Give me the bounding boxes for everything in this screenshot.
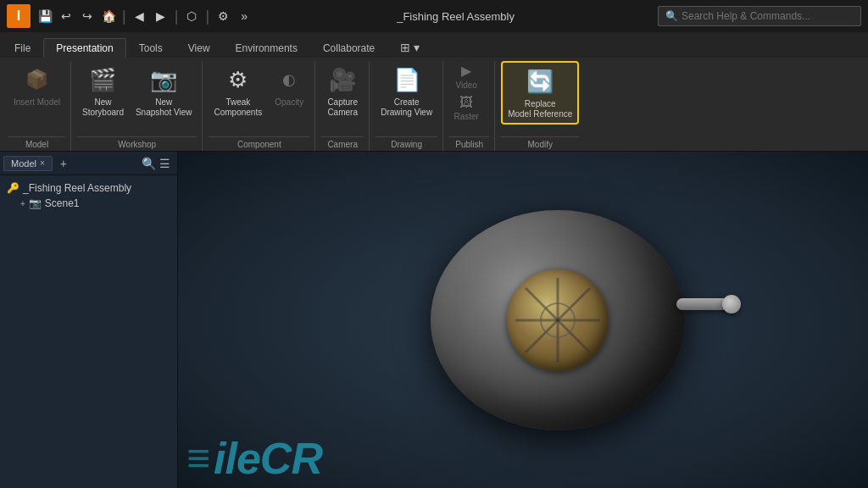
create-drawing-label: CreateDrawing View bbox=[381, 97, 432, 118]
raster-icon: 🖼 bbox=[459, 95, 473, 110]
model-button[interactable]: ⬡ bbox=[182, 7, 201, 25]
tree-root-label: _Fishing Reel Assembly bbox=[23, 182, 131, 194]
tab-environments[interactable]: Environments bbox=[223, 38, 310, 58]
raster-label: Raster bbox=[453, 112, 478, 121]
ribbon-group-component: ⚙ TweakComponents ◐ Opacity Component bbox=[203, 61, 315, 151]
tools-button[interactable]: ⚙ bbox=[214, 7, 232, 25]
ribbon: File Presentation Tools View Environment… bbox=[0, 32, 868, 152]
new-snapshot-icon: 📷 bbox=[148, 64, 179, 95]
ribbon-group-camera: 🎥 CaptureCamera Camera bbox=[316, 61, 370, 151]
tweak-components-icon: ⚙ bbox=[223, 64, 253, 95]
search-bar[interactable]: 🔍 bbox=[658, 6, 861, 26]
tab-extra[interactable]: ⊞ ▾ bbox=[387, 36, 432, 58]
tree-root-item[interactable]: 🔑 _Fishing Reel Assembly bbox=[3, 180, 174, 196]
watermark: ≡ ileCR bbox=[186, 436, 322, 480]
ribbon-group-publish: ▶ Video 🖼 Raster Publish bbox=[444, 61, 495, 151]
search-icon: 🔍 bbox=[665, 10, 678, 22]
video-button[interactable]: ▶ Video bbox=[449, 61, 483, 92]
forward-button[interactable]: ▶ bbox=[152, 7, 170, 25]
panel-menu-icon[interactable]: ☰ bbox=[159, 157, 170, 170]
watermark-logo: ≡ bbox=[186, 438, 210, 479]
doc-title: _Fishing Reel Assembly bbox=[259, 10, 653, 23]
ribbon-group-modify: 🔄 ReplaceModel Reference Modify bbox=[496, 61, 584, 151]
ribbon-group-model: 📦 Insert Model Model bbox=[3, 61, 71, 151]
ribbon-group-model-label: Model bbox=[8, 136, 65, 151]
new-storyboard-button[interactable]: 🎬 NewStoryboard bbox=[77, 61, 129, 121]
back-button[interactable]: ◀ bbox=[131, 7, 149, 25]
ribbon-group-component-label: Component bbox=[209, 136, 309, 151]
ribbon-group-publish-label: Publish bbox=[449, 136, 489, 151]
tweak-components-label: TweakComponents bbox=[214, 97, 262, 118]
ribbon-group-modify-label: Modify bbox=[501, 136, 579, 151]
tree-child-label: Scene1 bbox=[45, 197, 80, 209]
capture-camera-button[interactable]: 🎥 CaptureCamera bbox=[321, 61, 364, 121]
model-panel-tab[interactable]: Model × bbox=[3, 156, 53, 171]
3d-viewport[interactable]: ≡ ileCR bbox=[178, 152, 868, 488]
ribbon-group-drawing-label: Drawing bbox=[376, 136, 437, 151]
video-label: Video bbox=[455, 80, 476, 90]
opacity-button[interactable]: ◐ Opacity bbox=[269, 61, 309, 111]
opacity-label: Opacity bbox=[275, 97, 303, 108]
reel-body bbox=[431, 210, 685, 430]
tree-child-item[interactable]: + 📷 Scene1 bbox=[3, 196, 174, 211]
panel-add-button[interactable]: + bbox=[56, 156, 71, 171]
main-area: Model × + 🔍 ☰ 🔑 _Fishing Reel Assembly +… bbox=[0, 152, 868, 488]
tab-tools[interactable]: Tools bbox=[126, 38, 175, 58]
reel-spokes bbox=[507, 269, 609, 371]
ribbon-group-workshop: 🎬 NewStoryboard 📷 NewSnapshot View Works… bbox=[72, 61, 203, 151]
new-snapshot-label: NewSnapshot View bbox=[136, 97, 192, 118]
capture-camera-label: CaptureCamera bbox=[327, 97, 358, 118]
panel-search-icon[interactable]: 🔍 bbox=[142, 157, 156, 170]
insert-model-icon: 📦 bbox=[22, 64, 53, 95]
reel-handle bbox=[676, 298, 736, 310]
ribbon-content: 📦 Insert Model Model 🎬 NewStoryboard 📷 N… bbox=[0, 58, 868, 151]
undo-button[interactable]: ↩ bbox=[57, 7, 75, 25]
tweak-components-button[interactable]: ⚙ TweakComponents bbox=[209, 61, 267, 121]
tab-file[interactable]: File bbox=[2, 38, 43, 58]
redo-button[interactable]: ↪ bbox=[78, 7, 97, 25]
tree-root-icon: 🔑 bbox=[7, 182, 19, 194]
search-input[interactable] bbox=[682, 10, 854, 22]
insert-model-button[interactable]: 📦 Insert Model bbox=[8, 61, 65, 111]
tab-collaborate[interactable]: Collaborate bbox=[310, 38, 387, 58]
ribbon-group-camera-label: Camera bbox=[321, 136, 364, 151]
title-bar: I 💾 ↩ ↪ 🏠 | ◀ ▶ | ⬡ | ⚙ » _Fishing Reel … bbox=[0, 0, 868, 32]
create-drawing-button[interactable]: 📄 CreateDrawing View bbox=[376, 61, 437, 121]
panel-close-button[interactable]: × bbox=[40, 158, 45, 168]
watermark-text: ileCR bbox=[214, 436, 322, 480]
tree-view: 🔑 _Fishing Reel Assembly + 📷 Scene1 bbox=[0, 175, 177, 488]
toolbar-icons: 💾 ↩ ↪ 🏠 | ◀ ▶ | ⬡ | ⚙ » bbox=[36, 7, 253, 25]
tree-expand-icon[interactable]: + bbox=[20, 199, 25, 208]
raster-button[interactable]: 🖼 Raster bbox=[449, 93, 483, 123]
replace-model-ref-icon: 🔄 bbox=[525, 66, 555, 97]
insert-model-label: Insert Model bbox=[14, 97, 60, 108]
tab-presentation[interactable]: Presentation bbox=[43, 38, 125, 58]
model-panel-tab-label: Model bbox=[11, 158, 36, 169]
more-button[interactable]: » bbox=[235, 7, 253, 25]
save-button[interactable]: 💾 bbox=[36, 7, 54, 25]
new-storyboard-icon: 🎬 bbox=[87, 64, 118, 95]
home-button[interactable]: 🏠 bbox=[99, 7, 118, 25]
panel-search-row: 🔍 ☰ bbox=[138, 155, 174, 172]
capture-camera-icon: 🎥 bbox=[327, 64, 358, 95]
video-icon: ▶ bbox=[461, 63, 471, 79]
panel-tab-bar: Model × + 🔍 ☰ bbox=[0, 152, 177, 175]
new-storyboard-label: NewStoryboard bbox=[82, 97, 124, 118]
tree-child-icon: 📷 bbox=[29, 197, 42, 209]
reel-model bbox=[431, 210, 685, 430]
ribbon-group-workshop-label: Workshop bbox=[77, 136, 197, 151]
replace-model-ref-label: ReplaceModel Reference bbox=[508, 99, 572, 119]
tab-view[interactable]: View bbox=[175, 38, 223, 58]
create-drawing-icon: 📄 bbox=[392, 64, 422, 95]
publish-stack: ▶ Video 🖼 Raster bbox=[449, 61, 483, 123]
ribbon-group-drawing: 📄 CreateDrawing View Drawing bbox=[370, 61, 443, 151]
opacity-icon: ◐ bbox=[274, 64, 304, 95]
app-icon: I bbox=[7, 4, 31, 28]
left-panel: Model × + 🔍 ☰ 🔑 _Fishing Reel Assembly +… bbox=[0, 152, 178, 488]
new-snapshot-button[interactable]: 📷 NewSnapshot View bbox=[131, 61, 198, 121]
ribbon-tab-bar: File Presentation Tools View Environment… bbox=[0, 32, 868, 58]
replace-model-ref-button[interactable]: 🔄 ReplaceModel Reference bbox=[501, 61, 579, 125]
